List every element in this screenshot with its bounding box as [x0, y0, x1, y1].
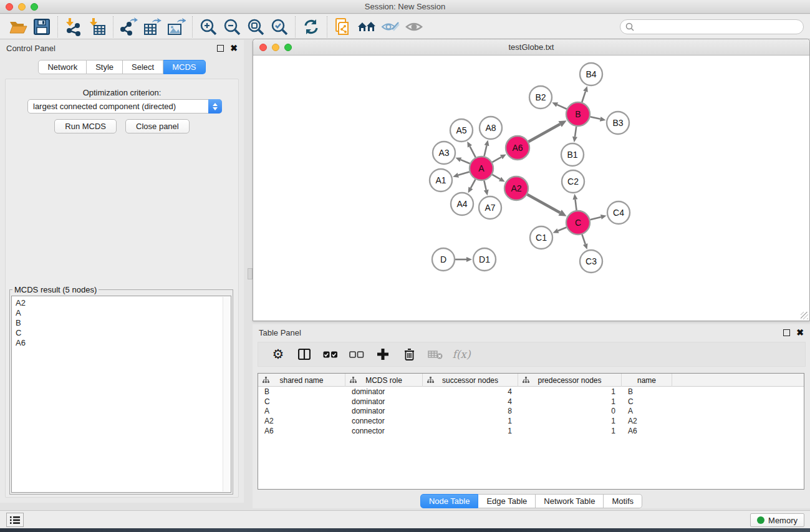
graph-edge[interactable] — [582, 235, 585, 244]
table-cell[interactable]: A2 — [258, 417, 345, 425]
graph-edge[interactable] — [484, 181, 486, 190]
search-box[interactable] — [620, 19, 804, 34]
import-network-button[interactable] — [62, 16, 85, 37]
graph-edge[interactable] — [492, 175, 500, 179]
export-image-button[interactable] — [165, 16, 188, 37]
table-cell[interactable]: dominator — [345, 407, 423, 415]
table-cell[interactable]: A6 — [622, 427, 672, 435]
tab-node-table[interactable]: Node Table — [420, 494, 479, 508]
copy-network-button[interactable] — [331, 16, 355, 37]
mcds-result-list[interactable]: A2ABCA6 — [11, 296, 231, 493]
graph-edge[interactable] — [484, 145, 486, 156]
zoom-selected-button[interactable] — [268, 16, 291, 37]
result-scrollbar[interactable] — [223, 297, 231, 491]
table-cell[interactable]: 1 — [518, 427, 622, 435]
show-columns-button[interactable] — [296, 346, 313, 363]
splitter-handle[interactable] — [248, 268, 253, 279]
table-row[interactable]: Bdominator41B — [258, 387, 804, 397]
mcds-result-item[interactable]: A2 — [16, 298, 231, 308]
table-cell[interactable]: 4 — [423, 397, 518, 406]
delete-column-button[interactable] — [400, 346, 418, 363]
graph-edge[interactable] — [575, 127, 576, 137]
table-row[interactable]: Adominator80A — [258, 406, 804, 416]
table-row[interactable]: A6connector11A6 — [258, 426, 804, 436]
tab-mcds[interactable]: MCDS — [163, 60, 205, 74]
save-session-button[interactable] — [30, 16, 54, 37]
close-table-panel-icon[interactable]: ✖ — [796, 329, 804, 336]
table-cell[interactable]: 1 — [423, 417, 518, 425]
graph-edge[interactable] — [590, 217, 600, 220]
tab-edge-table[interactable]: Edge Table — [478, 494, 536, 508]
table-settings-button[interactable]: ⚙ — [269, 346, 287, 363]
float-table-panel-icon[interactable] — [783, 329, 790, 336]
mcds-result-item[interactable]: C — [16, 328, 231, 338]
graph-edge[interactable] — [557, 105, 566, 109]
column-header-predecessor-nodes[interactable]: predecessor nodes — [518, 374, 622, 387]
create-column-button[interactable] — [374, 346, 392, 363]
deselect-all-columns-button[interactable] — [348, 346, 365, 363]
graph-edge[interactable] — [528, 124, 560, 142]
column-header-successor-nodes[interactable]: successor nodes — [423, 374, 518, 387]
table-cell[interactable]: 1 — [518, 397, 622, 406]
optimization-criterion-dropdown[interactable]: largest connected component (directed) — [27, 99, 222, 114]
column-header-MCDS-role[interactable]: MCDS role — [345, 374, 423, 387]
hide-selected-button[interactable] — [378, 16, 402, 37]
select-all-columns-button[interactable] — [322, 346, 339, 363]
table-cell[interactable]: 1 — [518, 387, 622, 396]
graph-edge[interactable] — [558, 228, 567, 231]
graph-edge[interactable] — [458, 172, 470, 175]
table-row[interactable]: Cdominator41C — [258, 397, 804, 407]
open-file-button[interactable] — [6, 16, 30, 37]
close-panel-button[interactable]: Close panel — [125, 119, 190, 133]
tab-network[interactable]: Network — [38, 60, 87, 74]
tab-style[interactable]: Style — [87, 60, 123, 74]
graph-edge[interactable] — [461, 160, 470, 163]
table-cell[interactable]: 0 — [518, 407, 622, 415]
table-cell[interactable]: 8 — [423, 407, 518, 415]
column-header-shared-name[interactable]: shared name — [258, 374, 345, 387]
table-cell[interactable]: A6 — [258, 427, 345, 435]
mcds-result-item[interactable]: B — [16, 318, 231, 328]
tab-motifs[interactable]: Motifs — [604, 494, 642, 508]
task-history-button[interactable] — [6, 513, 24, 527]
first-neighbors-button[interactable] — [355, 16, 378, 37]
graph-edge[interactable] — [582, 92, 586, 102]
table-cell[interactable]: A — [258, 407, 345, 415]
function-builder-button[interactable]: f(x) — [453, 346, 470, 363]
table-cell[interactable]: 1 — [423, 427, 518, 435]
graph-edge[interactable] — [471, 180, 476, 188]
show-all-button[interactable] — [402, 16, 426, 37]
zoom-out-button[interactable] — [220, 16, 244, 37]
table-cell[interactable]: A2 — [622, 417, 672, 425]
table-cell[interactable]: A — [622, 407, 672, 415]
table-cell[interactable]: C — [622, 397, 672, 406]
table-cell[interactable]: connector — [345, 417, 423, 425]
delete-table-button[interactable] — [427, 346, 444, 363]
close-panel-icon[interactable]: ✖ — [230, 45, 238, 52]
zoom-fit-button[interactable] — [244, 16, 268, 37]
table-row[interactable]: A2connector11A2 — [258, 416, 804, 426]
table-cell[interactable]: dominator — [345, 397, 423, 406]
network-graph[interactable]: B4B2BB3A5A8A6B1A3AA1C2A2A4A7C4CC1DD1C3 — [254, 56, 809, 320]
graph-edge[interactable] — [591, 117, 600, 119]
graph-edge[interactable] — [470, 147, 475, 158]
network-canvas[interactable]: B4B2BB3A5A8A6B1A3AA1C2A2A4A7C4CC1DD1C3 — [254, 56, 809, 320]
tab-network-table[interactable]: Network Table — [536, 494, 604, 508]
node-table[interactable]: shared nameMCDS rolesuccessor nodesprede… — [258, 373, 804, 490]
column-header-name[interactable]: name — [622, 374, 672, 387]
table-cell[interactable]: C — [258, 397, 345, 406]
import-table-button[interactable] — [85, 16, 109, 37]
search-input[interactable] — [634, 22, 803, 32]
resize-grip-icon[interactable] — [801, 312, 808, 319]
refresh-layout-button[interactable] — [299, 16, 323, 37]
memory-button[interactable]: Memory — [750, 513, 804, 527]
run-mcds-button[interactable]: Run MCDS — [54, 119, 117, 133]
export-table-button[interactable] — [141, 16, 165, 37]
float-panel-icon[interactable] — [217, 45, 224, 52]
graph-edge[interactable] — [575, 200, 576, 210]
table-cell[interactable]: dominator — [345, 387, 423, 396]
export-network-button[interactable] — [117, 16, 141, 37]
mcds-result-item[interactable]: A — [16, 308, 231, 318]
table-cell[interactable]: 1 — [518, 417, 622, 425]
table-cell[interactable]: 4 — [423, 387, 518, 396]
